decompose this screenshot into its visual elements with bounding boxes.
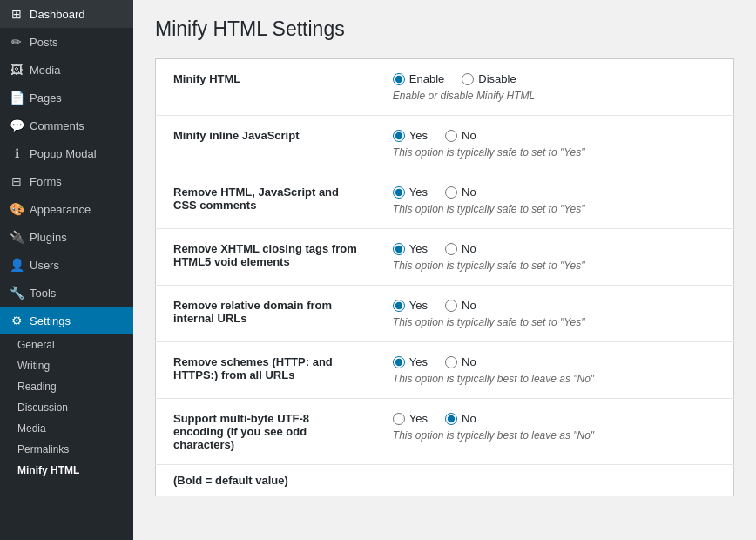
setting-row-1: Minify inline JavaScriptYesNoThis option… [156, 116, 734, 172]
users-icon: 👤 [9, 258, 24, 272]
plugins-icon: 🔌 [9, 230, 24, 244]
tools-icon: 🔧 [9, 286, 24, 300]
setting-label-6: Support multi-byte UTF-8 encoding (if yo… [156, 399, 375, 465]
radio-option-yes[interactable]: Yes [393, 129, 428, 142]
posts-icon: ✏ [9, 35, 24, 49]
sidebar-label: Dashboard [30, 8, 85, 21]
radio-input-disable[interactable] [462, 73, 474, 85]
sidebar-item-forms[interactable]: ⊟Forms [0, 167, 133, 195]
radio-option-yes[interactable]: Yes [393, 412, 428, 425]
radio-input-yes[interactable] [393, 356, 405, 368]
radio-option-no[interactable]: No [445, 412, 476, 425]
radio-input-enable[interactable] [393, 73, 405, 85]
setting-label-1: Minify inline JavaScript [156, 116, 375, 172]
radio-label: Yes [409, 186, 428, 199]
sidebar-label: Forms [30, 175, 62, 188]
radio-option-no[interactable]: No [445, 299, 476, 312]
radio-label: Yes [409, 242, 428, 255]
radio-label: Yes [409, 299, 428, 312]
radio-input-no[interactable] [445, 300, 457, 312]
radio-option-no[interactable]: No [445, 129, 476, 142]
sidebar-subitem-media[interactable]: Media [0, 418, 133, 439]
sidebar-subitem-discussion[interactable]: Discussion [0, 397, 133, 418]
sidebar-item-dashboard[interactable]: ⊞Dashboard [0, 0, 133, 28]
appearance-icon: 🎨 [9, 202, 24, 216]
radio-option-yes[interactable]: Yes [393, 186, 428, 199]
setting-control-6: YesNoThis option is typically best to le… [375, 399, 734, 465]
sidebar-item-pages[interactable]: 📄Pages [0, 84, 133, 111]
sidebar-item-media[interactable]: 🖼Media [0, 56, 133, 84]
radio-label: No [462, 299, 476, 312]
radio-option-yes[interactable]: Yes [393, 355, 428, 368]
radio-label: Yes [409, 355, 428, 368]
radio-option-no[interactable]: No [445, 355, 476, 368]
main-content: Minify HTML Settings Minify HTMLEnableDi… [133, 0, 756, 540]
sidebar-subitem-general[interactable]: General [0, 334, 133, 355]
sidebar-item-popup-modal[interactable]: ℹPopup Modal [0, 139, 133, 167]
pages-icon: 📄 [9, 91, 24, 105]
settings-table: Minify HTMLEnableDisableEnable or disabl… [155, 58, 734, 496]
setting-row-6: Support multi-byte UTF-8 encoding (if yo… [156, 399, 734, 465]
setting-row-3: Remove XHTML closing tags from HTML5 voi… [156, 229, 734, 286]
sidebar-label: Tools [30, 287, 56, 300]
comments-icon: 💬 [9, 118, 24, 132]
sidebar-subitem-minify-html[interactable]: Minify HTML [0, 460, 133, 481]
setting-row-4: Remove relative domain from internal URL… [156, 286, 734, 342]
radio-option-no[interactable]: No [445, 242, 476, 255]
radio-option-yes[interactable]: Yes [393, 242, 428, 255]
radio-option-no[interactable]: No [445, 186, 476, 199]
radio-label: Yes [409, 129, 428, 142]
radio-input-yes[interactable] [393, 130, 405, 142]
radio-input-no[interactable] [445, 186, 457, 199]
sidebar-subitem-reading[interactable]: Reading [0, 376, 133, 397]
radio-input-yes[interactable] [393, 243, 405, 255]
radio-label: No [462, 355, 476, 368]
sidebar-item-plugins[interactable]: 🔌Plugins [0, 223, 133, 251]
radio-option-yes[interactable]: Yes [393, 299, 428, 312]
popup-modal-icon: ℹ [9, 146, 24, 160]
radio-input-no[interactable] [445, 356, 457, 368]
setting-label-4: Remove relative domain from internal URL… [156, 286, 375, 342]
setting-hint-3: This option is typically safe to set to … [393, 260, 716, 272]
sidebar-item-users[interactable]: 👤Users [0, 251, 133, 279]
radio-input-yes[interactable] [393, 300, 405, 312]
sidebar-subitem-writing[interactable]: Writing [0, 355, 133, 376]
setting-control-5: YesNoThis option is typically best to le… [375, 342, 734, 399]
radio-label: No [462, 186, 476, 199]
radio-input-yes[interactable] [393, 186, 405, 199]
radio-label: Enable [409, 72, 444, 85]
sidebar-label: Popup Modal [30, 147, 97, 160]
sidebar-item-settings[interactable]: ⚙Settings [0, 307, 133, 334]
page-title: Minify HTML Settings [155, 17, 734, 41]
radio-label: No [462, 242, 476, 255]
sidebar-label: Media [30, 64, 60, 77]
setting-control-2: YesNoThis option is typically safe to se… [375, 172, 734, 229]
radio-option-enable[interactable]: Enable [393, 72, 444, 85]
sidebar-subitem-permalinks[interactable]: Permalinks [0, 439, 133, 460]
sidebar-label: Appearance [30, 203, 91, 216]
radio-input-no[interactable] [445, 243, 457, 255]
radio-option-disable[interactable]: Disable [462, 72, 516, 85]
forms-icon: ⊟ [9, 174, 24, 188]
setting-label-5: Remove schemes (HTTP: and HTTPS:) from a… [156, 342, 375, 399]
radio-input-no[interactable] [445, 130, 457, 142]
sidebar-label: Settings [30, 314, 71, 327]
sidebar-item-posts[interactable]: ✏Posts [0, 28, 133, 56]
sidebar-label: Posts [30, 36, 58, 49]
setting-hint-4: This option is typically safe to set to … [393, 316, 716, 328]
setting-control-1: YesNoThis option is typically safe to se… [375, 116, 734, 172]
setting-row-2: Remove HTML, JavaScript and CSS comments… [156, 172, 734, 229]
radio-label: Yes [409, 412, 428, 425]
radio-label: Disable [478, 72, 516, 85]
sidebar-item-comments[interactable]: 💬Comments [0, 111, 133, 139]
media-icon: 🖼 [9, 63, 24, 77]
setting-control-0: EnableDisableEnable or disable Minify HT… [375, 59, 734, 116]
setting-hint-6: This option is typically best to leave a… [393, 429, 716, 442]
radio-input-yes[interactable] [393, 413, 405, 425]
sidebar-item-tools[interactable]: 🔧Tools [0, 279, 133, 307]
setting-hint-1: This option is typically safe to set to … [393, 146, 716, 159]
sidebar-label: Users [30, 259, 59, 272]
radio-input-no[interactable] [445, 413, 457, 425]
sidebar-item-appearance[interactable]: 🎨Appearance [0, 195, 133, 223]
sidebar-label: Pages [30, 91, 62, 105]
